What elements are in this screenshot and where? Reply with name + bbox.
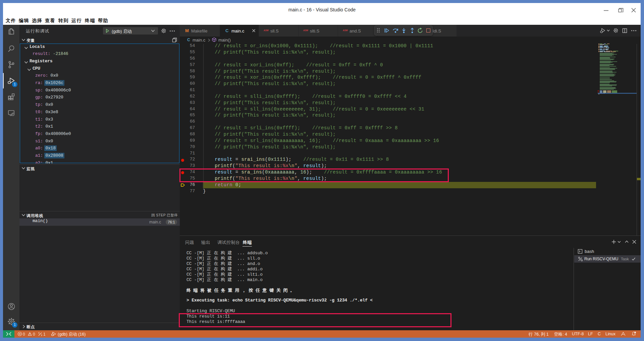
svg-text:0: 0 — [33, 332, 35, 337]
svg-text:1: 1 — [43, 332, 46, 337]
svg-text:0: 0 — [23, 332, 25, 337]
